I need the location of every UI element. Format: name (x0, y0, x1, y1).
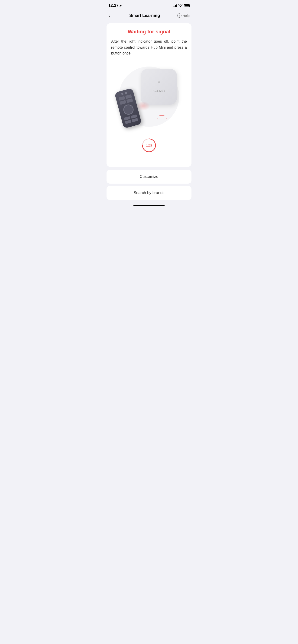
remote-bottom-1 (124, 116, 130, 120)
remote-btn-1 (121, 93, 123, 95)
remote-bottom-3 (125, 120, 131, 124)
status-time: 12:27 ➤ (108, 3, 122, 8)
help-label: Help (182, 14, 190, 18)
battery-icon (184, 4, 190, 7)
hub-led-dot (158, 81, 160, 83)
remote-button-grid (119, 94, 133, 104)
remote-btn-2 (125, 92, 127, 94)
time-display: 12:27 (108, 3, 118, 8)
navigation-bar: ‹ Smart Learning ? Help (104, 10, 194, 22)
wave-outer (156, 116, 168, 120)
location-arrow-icon: ➤ (119, 4, 122, 8)
ir-glow (136, 101, 150, 110)
timer-value: 12s (146, 143, 152, 148)
home-indicator (133, 205, 165, 206)
wave-inner (158, 114, 165, 116)
help-button[interactable]: ? Help (177, 14, 190, 18)
illustration-container: SwitchBot (114, 62, 184, 132)
signal-waves (156, 114, 168, 120)
status-icons (173, 4, 190, 8)
waiting-title: Waiting for signal (128, 29, 170, 35)
bottom-buttons-section: Customize Search by brands (107, 170, 191, 202)
customize-button[interactable]: Customize (107, 170, 191, 184)
remote-rect-4 (126, 98, 133, 103)
remote-bottom-grid (124, 114, 138, 124)
page-title: Smart Learning (112, 13, 177, 18)
countdown-timer: 12s (142, 138, 156, 153)
hub-brand-label: SwitchBot (153, 90, 165, 92)
back-button[interactable]: ‹ (108, 12, 112, 20)
instruction-text: After the light indicator goes off, poin… (111, 38, 187, 56)
help-circle-icon: ? (177, 14, 181, 18)
signal-bars-icon (173, 4, 177, 7)
main-content-card: Waiting for signal After the light indic… (107, 23, 191, 167)
wifi-icon (178, 4, 182, 8)
search-by-brands-button[interactable]: Search by brands (107, 186, 191, 200)
remote-bottom-4 (132, 118, 138, 122)
remote-bottom-2 (131, 114, 137, 118)
remote-circle-button (122, 104, 135, 116)
remote-rect-3 (120, 100, 126, 105)
remote-top-buttons (121, 92, 127, 95)
hub-mini-device: SwitchBot (141, 69, 177, 105)
remote-rect-2 (125, 94, 132, 99)
status-bar: 12:27 ➤ (104, 0, 194, 10)
remote-rect-1 (119, 96, 125, 100)
